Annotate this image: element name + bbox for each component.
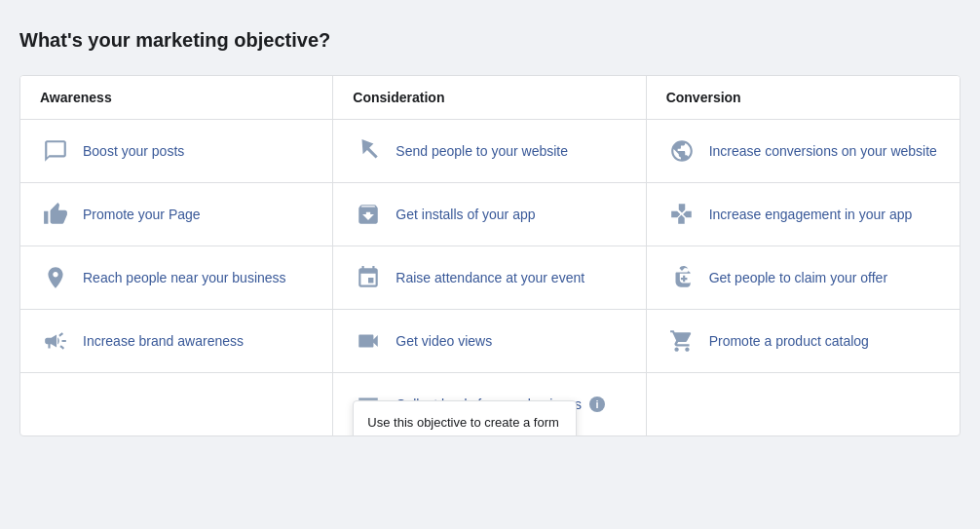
objectives-table: Awareness Consideration Conversion Boost… (19, 75, 961, 436)
cell-brand-awareness[interactable]: Increase brand awareness (20, 310, 332, 373)
megaphone-icon (40, 325, 71, 357)
video-views-link[interactable]: Get video views (396, 332, 492, 350)
raise-event-link[interactable]: Raise attendance at your event (396, 269, 584, 286)
col-awareness: Boost your posts Promote your Page Reach… (20, 120, 333, 435)
cell-increase-conversions[interactable]: Increase conversions on your website (647, 120, 960, 183)
page-container: What's your marketing objective? Awarene… (0, 0, 980, 466)
cell-product-catalog[interactable]: Promote a product catalog (647, 310, 960, 373)
awareness-empty-row (20, 373, 332, 435)
claim-offer-link[interactable]: Get people to claim your offer (709, 269, 887, 286)
box-icon (353, 199, 384, 230)
col-consideration: Send people to your website Get installs… (333, 120, 646, 435)
location-icon (40, 262, 71, 293)
cell-claim-offer[interactable]: Get people to claim your offer (647, 246, 960, 310)
cell-video-views[interactable]: Get video views (333, 310, 645, 373)
globe-icon (666, 135, 697, 167)
header-consideration: Consideration (333, 76, 646, 119)
page-title: What's your marketing objective? (19, 29, 961, 52)
product-catalog-link[interactable]: Promote a product catalog (709, 332, 869, 350)
increase-conversions-link[interactable]: Increase conversions on your website (709, 142, 937, 160)
boost-posts-link[interactable]: Boost your posts (83, 142, 184, 160)
table-header: Awareness Consideration Conversion (20, 76, 960, 120)
table-body: Boost your posts Promote your Page Reach… (20, 120, 960, 435)
info-icon[interactable]: i (589, 397, 605, 412)
reach-near-link[interactable]: Reach people near your business (83, 269, 286, 286)
thumb-icon (40, 199, 71, 230)
promote-page-link[interactable]: Promote your Page (83, 206, 201, 223)
cart-icon (666, 325, 697, 357)
tooltip-box: Use this objective to create a form that… (353, 400, 577, 436)
app-installs-link[interactable]: Get installs of your app (396, 206, 535, 223)
cell-send-website[interactable]: Send people to your website (333, 120, 645, 183)
gamepad-icon (666, 199, 697, 230)
col-conversion: Increase conversions on your website Inc… (647, 120, 960, 435)
cell-reach-near[interactable]: Reach people near your business (20, 246, 332, 310)
tooltip-text: Use this objective to create a form that… (367, 415, 559, 436)
offer-icon (666, 262, 697, 293)
cell-boost-posts[interactable]: Boost your posts (20, 120, 332, 183)
brand-awareness-link[interactable]: Increase brand awareness (83, 332, 244, 350)
header-awareness: Awareness (20, 76, 333, 119)
boost-icon (40, 135, 71, 167)
cell-raise-event[interactable]: Raise attendance at your event (333, 246, 645, 310)
header-conversion: Conversion (647, 76, 960, 119)
send-website-link[interactable]: Send people to your website (396, 142, 568, 160)
cell-promote-page[interactable]: Promote your Page (20, 183, 332, 246)
video-icon (353, 325, 384, 357)
cursor-icon (353, 135, 384, 167)
app-engagement-link[interactable]: Increase engagement in your app (709, 206, 913, 223)
cell-app-installs[interactable]: Get installs of your app (333, 183, 645, 246)
conversion-empty-row (647, 373, 960, 435)
cell-app-engagement[interactable]: Increase engagement in your app (647, 183, 960, 246)
event-icon (353, 262, 384, 293)
cell-collect-leads[interactable]: Collect leads for your business i Use th… (333, 373, 645, 435)
